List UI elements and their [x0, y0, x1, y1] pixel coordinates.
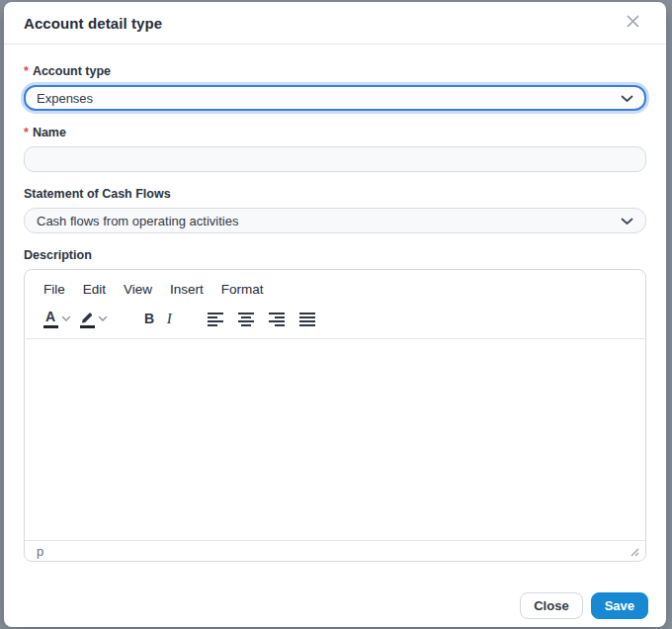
resize-handle-icon[interactable]	[629, 546, 639, 557]
bold-icon: B	[144, 312, 154, 326]
editor-content-area[interactable]	[25, 339, 645, 540]
required-marker: *	[24, 126, 29, 139]
account-detail-type-dialog: Account detail type * Account type Expen…	[4, 2, 666, 627]
description-label: Description	[24, 248, 646, 262]
highlight-color-bar	[80, 325, 95, 328]
element-path[interactable]: p	[37, 544, 43, 559]
editor-statusbar: p	[25, 540, 645, 561]
menu-insert[interactable]: Insert	[163, 279, 210, 300]
dialog-title: Account detail type	[24, 15, 162, 32]
cash-flow-label: Statement of Cash Flows	[24, 187, 646, 201]
align-center-icon	[237, 312, 255, 326]
text-color-chevron-icon[interactable]	[61, 315, 71, 322]
required-marker: *	[24, 64, 29, 78]
text-color-letter: A	[45, 310, 55, 324]
account-type-value: Expenses	[37, 91, 93, 106]
dialog-header: Account detail type	[4, 2, 666, 45]
align-left-icon	[207, 312, 224, 326]
text-color-button[interactable]: A	[41, 309, 60, 329]
cash-flow-value: Cash flows from operating activities	[37, 214, 238, 228]
cash-flow-label-text: Statement of Cash Flows	[24, 187, 171, 201]
name-input[interactable]	[24, 146, 646, 172]
cash-flow-select[interactable]: Cash flows from operating activities	[24, 208, 646, 233]
align-right-icon	[268, 312, 286, 326]
description-field: Description File Edit View Insert Format…	[24, 248, 646, 562]
chevron-down-icon	[621, 214, 633, 228]
dialog-footer: Close Save	[4, 577, 666, 629]
alignment-group	[205, 311, 318, 327]
italic-icon: I	[167, 312, 172, 326]
close-icon[interactable]	[622, 12, 644, 34]
menu-file[interactable]: File	[37, 279, 72, 300]
name-label: * Name	[24, 126, 646, 139]
name-label-text: Name	[33, 126, 66, 139]
italic-button[interactable]: I	[159, 310, 179, 328]
editor-toolbar: A	[25, 302, 645, 338]
color-tools-group: A	[41, 309, 114, 329]
chevron-down-icon	[621, 91, 633, 106]
highlighter-icon	[79, 311, 95, 324]
menu-format[interactable]: Format	[214, 279, 271, 300]
cash-flow-field: Statement of Cash Flows Cash flows from …	[24, 187, 646, 233]
menu-view[interactable]: View	[117, 279, 159, 300]
bold-button[interactable]: B	[139, 310, 159, 328]
align-left-button[interactable]	[205, 311, 226, 327]
align-center-button[interactable]	[235, 311, 257, 327]
account-type-select[interactable]: Expenses	[24, 85, 646, 111]
justify-button[interactable]	[296, 311, 318, 327]
account-type-label: * Account type	[24, 64, 646, 78]
text-color-bar	[43, 325, 58, 328]
account-type-label-text: Account type	[33, 64, 111, 78]
close-button[interactable]: Close	[520, 592, 582, 619]
highlight-color-button[interactable]	[77, 310, 97, 329]
description-label-text: Description	[24, 248, 92, 262]
align-right-button[interactable]	[266, 311, 288, 327]
highlight-color-chevron-icon[interactable]	[98, 315, 108, 322]
dialog-body: * Account type Expenses * Name Statement…	[4, 45, 666, 577]
justify-icon	[298, 312, 316, 326]
editor-menubar: File Edit View Insert Format	[25, 270, 645, 302]
save-button[interactable]: Save	[591, 592, 648, 619]
font-style-group: B I	[139, 310, 179, 328]
account-type-field: * Account type Expenses	[24, 64, 646, 111]
menu-edit[interactable]: Edit	[76, 279, 113, 300]
description-rich-text-editor: File Edit View Insert Format A	[24, 269, 646, 562]
name-field: * Name	[24, 126, 646, 172]
